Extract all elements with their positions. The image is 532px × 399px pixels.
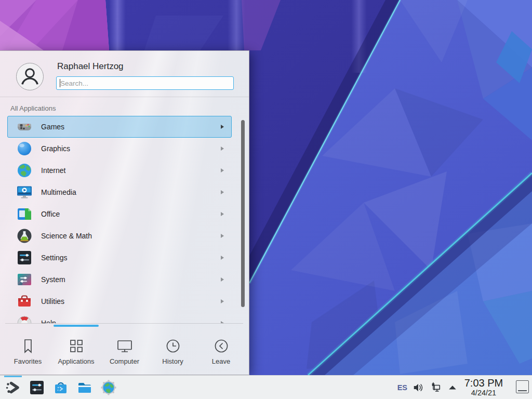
taskbar-launchers [4,379,117,396]
category-games[interactable]: Games [7,116,232,138]
application-launcher-menu: Raphael Hertzog All Applications Games G… [0,50,249,375]
lifebuoy-icon [16,315,33,323]
category-graphics[interactable]: Graphics [7,138,232,159]
category-list: Games Graphics Internet [7,116,232,323]
submenu-arrow-icon [221,234,224,238]
volume-icon[interactable] [412,381,424,394]
clock-icon [165,338,181,354]
tab-label: Applications [58,357,94,365]
category-office[interactable]: Office [7,203,232,225]
tab-label: Computer [110,357,139,365]
show-desktop-button[interactable] [516,380,529,393]
tab-computer[interactable]: Computer [100,328,149,375]
clock-time: 7:03 PM [459,377,508,389]
category-label: Internet [41,166,221,175]
application-launcher-button[interactable] [4,379,22,396]
category-utilities[interactable]: Utilities [7,290,232,312]
kde-launcher-icon [5,379,21,396]
submenu-arrow-icon [221,125,224,129]
grid-icon [68,338,85,354]
taskbar-panel: ES 7:03 PM 4/ [0,375,532,399]
clock-date: 4/24/21 [459,389,508,397]
gamepad-icon [16,118,33,135]
web-browser-button[interactable] [100,379,117,396]
footer-separator [5,323,243,324]
expand-tray-icon[interactable] [446,381,459,394]
launcher-tabbar: Favorites Applications Computer History [0,328,249,375]
tab-label: History [162,357,183,365]
category-label: System [41,275,221,284]
leave-icon [213,338,230,354]
submenu-arrow-icon [221,190,224,194]
launcher-header: Raphael Hertzog [0,51,249,97]
user-avatar[interactable] [16,62,44,91]
system-tray: ES [397,376,459,399]
sphere-icon [16,140,33,157]
submenu-arrow-icon [221,168,224,172]
sliders-color-icon [16,271,33,288]
category-label: Science & Math [41,232,221,240]
discover-icon [52,379,69,396]
category-settings[interactable]: Settings [7,247,232,269]
search-input[interactable] [56,76,234,90]
tab-applications[interactable]: Applications [52,328,100,375]
text-caret [60,79,60,87]
category-label: Games [41,123,221,131]
category-internet[interactable]: Internet [7,159,232,181]
system-settings-icon [29,379,45,396]
submenu-arrow-icon [221,212,224,216]
category-science-math[interactable]: Science & Math [7,225,232,247]
documents-icon [16,206,33,222]
submenu-arrow-icon [221,147,224,151]
computer-icon [116,338,133,354]
folder-icon [76,379,93,396]
search-field-wrap [56,76,234,90]
flask-icon [16,228,33,244]
category-label: Multimedia [41,188,221,196]
tab-leave[interactable]: Leave [197,328,245,375]
submenu-arrow-icon [221,277,224,282]
list-scrollbar[interactable] [241,120,245,307]
category-label: Help [41,319,221,323]
file-manager-button[interactable] [76,379,94,396]
system-settings-button[interactable] [28,379,46,396]
active-tab-indicator [54,325,99,327]
digital-clock[interactable]: 7:03 PM 4/24/21 [459,377,508,397]
sliders-dark-icon [16,249,33,266]
keyboard-layout-indicator[interactable]: ES [397,383,407,392]
globe-icon [16,162,33,179]
tab-label: Favorites [14,357,42,365]
submenu-arrow-icon [221,256,224,260]
category-label: Office [41,210,221,218]
submenu-arrow-icon [221,299,224,303]
network-icon[interactable] [429,381,442,394]
tab-label: Leave [212,357,230,365]
category-label: Graphics [41,144,221,153]
bookmark-icon [20,338,36,354]
desktop: Raphael Hertzog All Applications Games G… [0,0,532,399]
tab-favorites[interactable]: Favorites [4,328,52,375]
category-system[interactable]: System [7,269,232,290]
category-label: Settings [41,254,221,262]
section-label: All Applications [10,104,56,112]
monitor-play-icon [16,184,33,201]
toolbox-icon [16,293,33,310]
tab-history[interactable]: History [149,328,197,375]
browser-globe-icon [100,379,117,396]
active-task-indicator [4,376,22,377]
category-help[interactable]: Help [7,312,232,323]
discover-button[interactable] [52,379,70,396]
category-multimedia[interactable]: Multimedia [7,181,232,203]
category-label: Utilities [41,297,221,305]
user-name: Raphael Hertzog [57,61,124,72]
